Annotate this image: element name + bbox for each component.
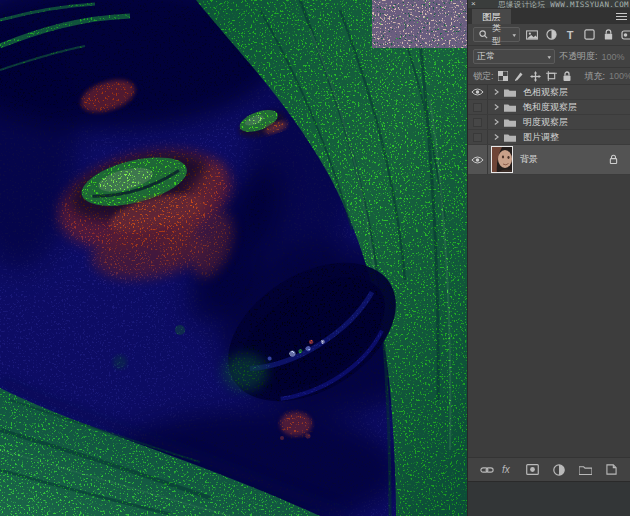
layer-name[interactable]: 色相观察层	[523, 86, 568, 99]
chevron-down-icon: ▾	[547, 53, 551, 59]
eye-empty-well	[473, 118, 482, 127]
filter-kind-dropdown[interactable]: 类型 ▾	[473, 27, 520, 42]
folder-icon	[504, 118, 516, 127]
layer-row-saturation-group[interactable]: 饱和度观察层	[468, 100, 630, 115]
lock-transparency-icon[interactable]	[498, 71, 509, 82]
layer-name[interactable]: 图片调整	[523, 131, 559, 144]
layer-row-adjust-group[interactable]: 图片调整	[468, 130, 630, 145]
tab-layers[interactable]: 图层	[472, 9, 511, 24]
chevron-right-icon[interactable]	[494, 118, 499, 126]
filter-kind-label: 类型	[492, 22, 509, 48]
eye-empty-well	[473, 133, 482, 142]
lock-label: 锁定:	[473, 70, 494, 83]
layers-panel: × 思缘设计论坛 WWW.MISSYUAN.COM 图层 类型 ▾	[467, 0, 630, 516]
layer-name[interactable]: 明度观察层	[523, 116, 568, 129]
opacity-value[interactable]: 100%	[602, 52, 625, 62]
lock-position-icon[interactable]	[530, 71, 541, 82]
posterized-portrait-art	[0, 0, 467, 516]
layer-list: 色相观察层 饱和度观察层 明度观察层 图片调整	[468, 85, 630, 175]
visibility-cell[interactable]	[468, 115, 488, 129]
chevron-right-icon[interactable]	[494, 133, 499, 141]
lock-fill-row: 锁定: 填充: 100%	[468, 68, 630, 85]
adjustment-layer-filter-icon[interactable]	[545, 29, 557, 41]
layer-row-hue-group[interactable]: 色相观察层	[468, 85, 630, 100]
layer-mask-icon[interactable]	[526, 463, 539, 477]
panel-tab-bar: 图层	[468, 8, 630, 24]
blend-opacity-row: 正常 ▾ 不透明度: 100%	[468, 46, 630, 68]
watermark-text: 思缘设计论坛 WWW.MISSYUAN.COM	[498, 0, 629, 8]
type-layer-filter-icon[interactable]: T	[564, 29, 576, 41]
folder-icon	[504, 133, 516, 142]
layer-name[interactable]: 饱和度观察层	[523, 101, 577, 114]
blend-mode-dropdown[interactable]: 正常 ▾	[473, 49, 555, 64]
lock-all-icon[interactable]	[562, 71, 573, 82]
link-layers-icon[interactable]	[480, 463, 494, 477]
chevron-right-icon[interactable]	[494, 103, 499, 111]
layer-row-background[interactable]: 背景	[468, 145, 630, 175]
lock-pixels-icon[interactable]	[514, 71, 525, 82]
layer-filter-row: 类型 ▾ T	[468, 24, 630, 46]
visibility-cell[interactable]	[468, 145, 488, 174]
filter-icon-group: T	[526, 29, 627, 41]
folder-icon	[504, 88, 516, 97]
new-layer-icon[interactable]	[606, 463, 617, 477]
visibility-cell[interactable]	[468, 100, 488, 114]
panel-menu-icon[interactable]	[616, 11, 627, 21]
eye-icon	[471, 88, 484, 96]
fill-value[interactable]: 100%	[609, 71, 630, 81]
smart-object-filter-icon[interactable]	[602, 29, 614, 41]
visibility-cell[interactable]	[468, 85, 488, 99]
filter-toggle-icon[interactable]	[621, 29, 630, 41]
layer-row-lightness-group[interactable]: 明度观察层	[468, 115, 630, 130]
panel-footer-toolbar: fx	[468, 457, 630, 481]
eye-empty-well	[473, 103, 482, 112]
layer-name[interactable]: 背景	[520, 153, 538, 166]
folder-icon	[504, 103, 516, 112]
layer-thumbnail[interactable]	[491, 146, 513, 173]
lock-icon-group	[498, 71, 573, 82]
new-group-icon[interactable]	[579, 463, 592, 477]
layer-list-empty-area[interactable]	[468, 175, 630, 457]
panel-top-strip: × 思缘设计论坛 WWW.MISSYUAN.COM	[468, 0, 630, 8]
opacity-label: 不透明度:	[559, 50, 598, 63]
visibility-cell[interactable]	[468, 130, 488, 144]
app-background-strip	[468, 481, 630, 516]
lock-artboard-icon[interactable]	[546, 71, 557, 82]
photoshop-window: × 思缘设计论坛 WWW.MISSYUAN.COM 图层 类型 ▾	[0, 0, 630, 516]
fill-label: 填充:	[585, 70, 606, 83]
layer-lock-icon	[609, 154, 618, 165]
close-icon[interactable]: ×	[471, 0, 476, 8]
chevron-right-icon[interactable]	[494, 88, 499, 96]
eye-icon	[471, 156, 484, 164]
blend-mode-value: 正常	[477, 50, 495, 63]
adjustment-layer-icon[interactable]	[553, 463, 565, 477]
pixel-layer-filter-icon[interactable]	[526, 29, 538, 41]
image-canvas[interactable]	[0, 0, 467, 516]
chevron-down-icon: ▾	[512, 31, 516, 37]
layer-style-icon[interactable]: fx	[502, 463, 510, 477]
search-icon	[477, 29, 489, 41]
shape-layer-filter-icon[interactable]	[583, 29, 595, 41]
